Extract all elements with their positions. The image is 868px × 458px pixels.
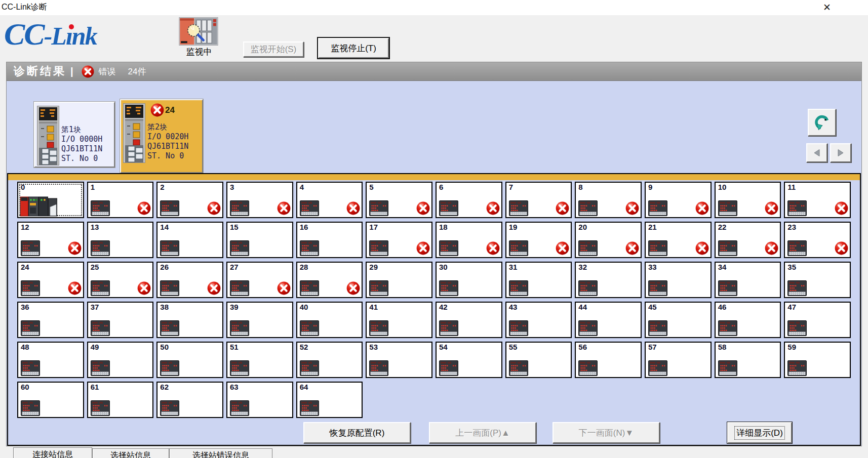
station-cell[interactable]: 41 xyxy=(366,302,432,338)
station-error-icon xyxy=(137,281,151,295)
station-cell[interactable]: 35 xyxy=(784,262,851,298)
station-cell[interactable]: 31 xyxy=(505,262,572,298)
station-cell[interactable]: 2 xyxy=(156,182,223,218)
station-cell[interactable]: 47 xyxy=(784,302,851,338)
tab-connected-station-info[interactable]: 连接站信息 xyxy=(13,447,92,458)
station-cell[interactable]: 37 xyxy=(87,302,154,338)
station-cell[interactable]: 40 xyxy=(296,302,363,338)
station-cell[interactable]: 39 xyxy=(226,302,293,338)
station-cell[interactable]: 50 xyxy=(156,342,223,378)
station-cell[interactable]: 60 xyxy=(17,382,84,418)
next-screen-button[interactable]: 下一画面(N)▼ xyxy=(553,422,660,443)
station-cell[interactable]: 6 xyxy=(436,182,502,218)
station-number: 57 xyxy=(648,343,657,351)
previous-screen-button[interactable]: 上一画面(P)▲ xyxy=(429,422,536,443)
detail-display-button[interactable]: 详细显示(D) xyxy=(727,422,792,443)
remote-station-icon xyxy=(578,280,598,296)
station-cell[interactable]: 63 xyxy=(226,382,293,418)
station-cell[interactable]: 18 xyxy=(436,222,502,258)
station-cell[interactable]: 7 xyxy=(505,182,572,218)
station-number: 7 xyxy=(509,183,513,191)
station-cell[interactable]: 52 xyxy=(296,342,363,378)
station-number: 5 xyxy=(369,183,373,191)
module-card-1[interactable]: 第1块I/O 0000HQJ61BT11NST. No 0 xyxy=(34,102,115,168)
station-cell[interactable]: 12 xyxy=(17,222,84,258)
station-cell[interactable]: 25 xyxy=(87,262,154,298)
station-cell[interactable]: 42 xyxy=(436,302,502,338)
station-cell[interactable]: 43 xyxy=(505,302,572,338)
station-cell[interactable]: 55 xyxy=(505,342,572,378)
station-cell[interactable]: 59 xyxy=(784,342,851,378)
station-cell[interactable]: 56 xyxy=(575,342,642,378)
station-cell[interactable]: 16 xyxy=(296,222,363,258)
station-cell[interactable]: 17 xyxy=(366,222,432,258)
station-cell[interactable]: 14 xyxy=(156,222,223,258)
station-cell[interactable]: 30 xyxy=(436,262,502,298)
station-number: 14 xyxy=(160,223,169,231)
station-cell[interactable]: 36 xyxy=(17,302,84,338)
station-cell[interactable]: 53 xyxy=(366,342,432,378)
station-number: 33 xyxy=(648,263,657,271)
station-cell[interactable]: 57 xyxy=(645,342,712,378)
station-cell[interactable]: 49 xyxy=(87,342,154,378)
refresh-button[interactable] xyxy=(808,109,836,136)
remote-station-icon xyxy=(300,320,319,336)
station-cell[interactable]: 28 xyxy=(296,262,363,298)
station-cell[interactable]: 45 xyxy=(645,302,712,338)
station-cell[interactable]: 22 xyxy=(715,222,781,258)
station-cell[interactable]: 61 xyxy=(87,382,154,418)
station-cell[interactable]: 21 xyxy=(645,222,712,258)
station-cell[interactable]: 4 xyxy=(296,182,363,218)
station-cell[interactable]: 19 xyxy=(505,222,572,258)
station-cell[interactable]: 13 xyxy=(87,222,154,258)
station-cell[interactable]: 54 xyxy=(436,342,502,378)
station-cell[interactable]: 26 xyxy=(156,262,223,298)
station-cell[interactable]: 34 xyxy=(715,262,781,298)
close-icon[interactable]: ✕ xyxy=(818,1,836,14)
cclink-logo: CC-Lınk xyxy=(4,16,97,52)
scroll-left-button[interactable] xyxy=(806,143,827,162)
master-station-cell[interactable]: 0 xyxy=(17,182,84,218)
station-cell[interactable]: 44 xyxy=(575,302,642,338)
monitor-stop-button[interactable]: 监视停止(T) xyxy=(318,38,389,58)
error-icon xyxy=(82,65,94,78)
station-cell[interactable]: 9 xyxy=(645,182,712,218)
monitor-start-button[interactable]: 监视开始(S) xyxy=(243,41,304,57)
station-number: 39 xyxy=(230,303,239,311)
restore-config-button[interactable]: 恢复原配置(R) xyxy=(303,422,411,443)
station-number: 26 xyxy=(160,263,169,271)
station-number: 24 xyxy=(21,263,29,271)
station-number: 48 xyxy=(21,343,29,351)
station-cell[interactable]: 27 xyxy=(226,262,293,298)
station-cell[interactable]: 3 xyxy=(226,182,293,218)
station-cell[interactable]: 46 xyxy=(715,302,781,338)
station-cell[interactable]: 8 xyxy=(575,182,642,218)
station-cell[interactable]: 58 xyxy=(715,342,781,378)
error-label: 错误 xyxy=(99,66,116,77)
station-cell[interactable]: 51 xyxy=(226,342,293,378)
station-cell[interactable]: 20 xyxy=(575,222,642,258)
station-cell[interactable]: 29 xyxy=(366,262,432,298)
station-cell[interactable]: 5 xyxy=(366,182,432,218)
station-cell[interactable]: 33 xyxy=(645,262,712,298)
station-cell[interactable]: 15 xyxy=(226,222,293,258)
station-cell[interactable]: 23 xyxy=(784,222,851,258)
station-number: 9 xyxy=(648,183,652,191)
station-cell[interactable]: 48 xyxy=(17,342,84,378)
station-cell[interactable]: 1 xyxy=(87,182,154,218)
station-error-icon xyxy=(416,201,430,215)
module-card-2-selected[interactable]: 24 第2块I/O 0020HQJ61BT11NST. No 0 xyxy=(120,99,203,173)
station-number: 4 xyxy=(300,183,304,191)
station-cell[interactable]: 64 xyxy=(296,382,363,418)
station-cell[interactable]: 24 xyxy=(17,262,84,298)
station-cell[interactable]: 32 xyxy=(575,262,642,298)
tab-selected-station-error-info[interactable]: 选择站错误信息 xyxy=(169,448,272,458)
scroll-right-button[interactable] xyxy=(830,143,851,162)
station-cell[interactable]: 11 xyxy=(784,182,851,218)
cclink-diagnostics-window: { "window": { "title": "CC-Link诊断", "clo… xyxy=(0,0,868,458)
station-cell[interactable]: 38 xyxy=(156,302,223,338)
tab-selected-station-info[interactable]: 选择站信息 xyxy=(92,448,169,458)
station-cell[interactable]: 10 xyxy=(715,182,781,218)
remote-station-icon xyxy=(369,360,388,376)
station-cell[interactable]: 62 xyxy=(156,382,223,418)
